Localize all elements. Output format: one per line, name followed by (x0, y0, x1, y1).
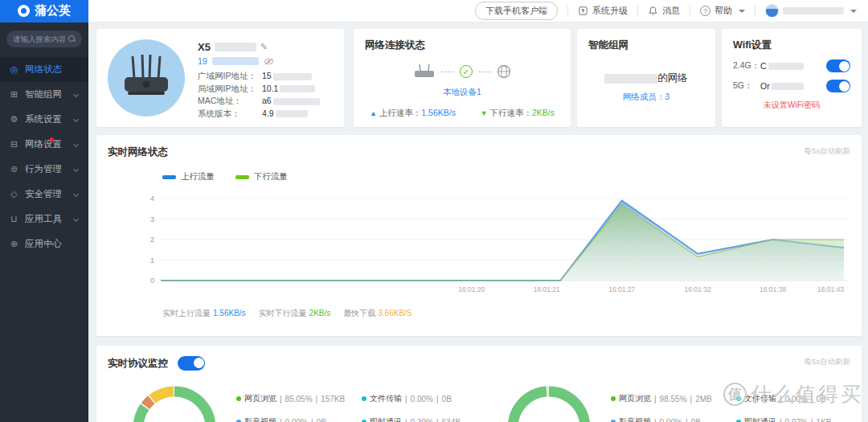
wifi-2g-toggle[interactable] (826, 59, 850, 72)
smart-network-icon: ⊞ (9, 89, 19, 100)
redacted-ssid (768, 63, 804, 70)
realtime-traffic-card: 实时网络状态 每5s自动刷新 上行流量 下行流量 0123416:01:2016… (96, 135, 862, 336)
redacted-value (280, 85, 315, 92)
chevron-down-icon (73, 117, 79, 122)
svg-text:3: 3 (150, 215, 154, 223)
link-dash (478, 72, 491, 72)
network-members-link[interactable]: 网络成员：3 (588, 92, 704, 103)
redacted-sn (212, 57, 259, 65)
system-upgrade-button[interactable]: 系统升级 (578, 5, 628, 17)
refresh-note: 每5s自动刷新 (804, 357, 850, 367)
eye-off-icon[interactable] (264, 58, 274, 65)
divider (637, 6, 638, 17)
legend-item: 网页浏览|85.05%|157KB (236, 393, 355, 404)
wifi-5g-toggle[interactable] (826, 80, 850, 92)
svg-text:16:01:43: 16:01:43 (817, 285, 844, 293)
logo-text: 蒲公英 (35, 3, 71, 18)
chart-legend: 上行流量 下行流量 (162, 171, 850, 182)
field-label: 广域网IP地址： (198, 71, 262, 80)
divider (755, 6, 755, 17)
chevron-down-icon (73, 141, 79, 147)
logo-icon (18, 5, 30, 17)
topbar: 蒲公英 下载手机客户端 系统升级 消息 ? 帮助 (0, 0, 868, 23)
card-title: Wifi设置 (733, 39, 850, 52)
chevron-down-icon (73, 191, 79, 197)
protocol-monitor-toggle[interactable] (178, 356, 205, 371)
legend-item-download[interactable]: 下行流量 (235, 171, 288, 182)
help-menu[interactable]: ? 帮助 (700, 5, 745, 17)
security-icon: ◇ (9, 189, 19, 199)
legend-dot (736, 396, 741, 401)
download-app-button[interactable]: 下载手机客户端 (475, 2, 558, 20)
card-title: 实时网络状态 (108, 145, 850, 159)
wifi-settings-card: Wifi设置 2.4G： C 5G： Or 未设置WiFi密码 (722, 29, 862, 127)
search-icon[interactable] (68, 35, 76, 43)
svg-text:16:01:32: 16:01:32 (685, 285, 711, 293)
protocol-monitor-card: 实时协议监控 每5s自动刷新 157KB 网页浏览|85.05%|157KB 文… (96, 346, 862, 422)
sidebar-item-smart-network[interactable]: ⊞ 智能组网 (0, 82, 88, 107)
router-image (121, 55, 171, 101)
behavior-icon: ⊜ (9, 164, 19, 174)
network-status-icon: ◎ (9, 64, 19, 75)
router-icon (413, 64, 436, 80)
chevron-down-icon (850, 10, 857, 13)
legend-swatch (235, 175, 249, 179)
globe-icon (497, 64, 511, 79)
card-title: 实时协议监控 (108, 357, 168, 371)
tools-icon: ⊔ (9, 214, 19, 224)
field-value-prefix: a6 (262, 96, 272, 105)
redacted-router-name (215, 43, 256, 51)
chevron-down-icon (73, 166, 79, 172)
legend-dot (236, 396, 241, 401)
sidebar-item-app-tools[interactable]: ⊔ 应用工具 (0, 207, 88, 231)
connection-status-card: 网络连接状态 ✓ 本地设备1 ▲ 上行速率：1.56KB/s ▼ (354, 29, 571, 127)
protocol-legend-remote: 网页浏览|98.55%|2MB 文件传输|0.00%|0B 影音视频|0.00%… (611, 393, 855, 422)
sidebar-item-security-management[interactable]: ◇ 安全管理 (0, 182, 88, 207)
sidebar-item-system-settings[interactable]: ⚙ 系统设置 (0, 107, 88, 132)
redacted-network-owner (604, 74, 657, 84)
svg-text:16:01:27: 16:01:27 (608, 285, 635, 293)
redacted-value (273, 73, 312, 80)
chevron-down-icon (739, 10, 745, 13)
sidebar-item-network-settings[interactable]: ⊟ 网络设置 (0, 132, 88, 157)
svg-text:4: 4 (150, 195, 154, 203)
main-content: X5 ✎ 19 广域网IP地址：15 局域网IP地址：10.1 MAC地址：a6… (88, 23, 868, 422)
router-sn-prefix: 19 (198, 56, 207, 66)
sidebar-item-network-status[interactable]: ◎ 网络状态 (0, 57, 88, 82)
edit-icon[interactable]: ✎ (260, 42, 268, 52)
network-settings-icon: ⊟ (9, 139, 19, 150)
redacted-username (783, 7, 844, 14)
wifi-row-2g: 2.4G： C (733, 59, 850, 72)
check-icon: ✓ (460, 65, 473, 78)
sidebar-item-behavior-management[interactable]: ⊜ 行为管理 (0, 157, 88, 182)
search-input[interactable] (13, 35, 65, 43)
card-title: 网络连接状态 (365, 39, 559, 52)
legend-item-upload[interactable]: 上行流量 (162, 171, 215, 182)
user-account-menu[interactable] (765, 4, 857, 18)
download-arrow-icon: ▼ (481, 109, 488, 117)
local-device-link[interactable]: 本地设备1 (365, 87, 559, 98)
router-info-card: X5 ✎ 19 广域网IP地址：15 局域网IP地址：10.1 MAC地址：a6… (96, 29, 344, 127)
wifi-password-warning[interactable]: 未设置WiFi密码 (733, 100, 850, 111)
legend-item: 即时通讯|0.39%|634B (362, 416, 481, 422)
redacted-ssid (772, 83, 804, 90)
legend-item: 即时通讯|0.07%|1KB (736, 416, 855, 422)
sidebar-item-app-center[interactable]: ⊕ 应用中心 (0, 231, 88, 256)
field-value-prefix: 4.9 (262, 109, 274, 118)
sidebar: ◎ 网络状态 ⊞ 智能组网 ⚙ 系统设置 ⊟ 网络设置 ⊜ 行为管理 ◇ 安全管… (0, 23, 88, 422)
chevron-down-icon (73, 92, 79, 97)
divider (690, 6, 690, 17)
svg-text:1: 1 (150, 256, 154, 264)
router-photo (108, 39, 185, 117)
legend-dot (362, 396, 366, 401)
divider (567, 6, 568, 17)
messages-button[interactable]: 消息 (648, 5, 680, 17)
legend-item: 影音视频|0.00%|0B (611, 416, 730, 422)
redacted-value (273, 98, 320, 105)
field-value-prefix: 10.1 (262, 84, 278, 93)
legend-swatch (162, 175, 176, 179)
wifi-row-5g: 5G： Or (733, 80, 850, 92)
notification-dot (50, 137, 54, 141)
app-logo[interactable]: 蒲公英 (0, 0, 88, 23)
link-dash (441, 72, 454, 72)
